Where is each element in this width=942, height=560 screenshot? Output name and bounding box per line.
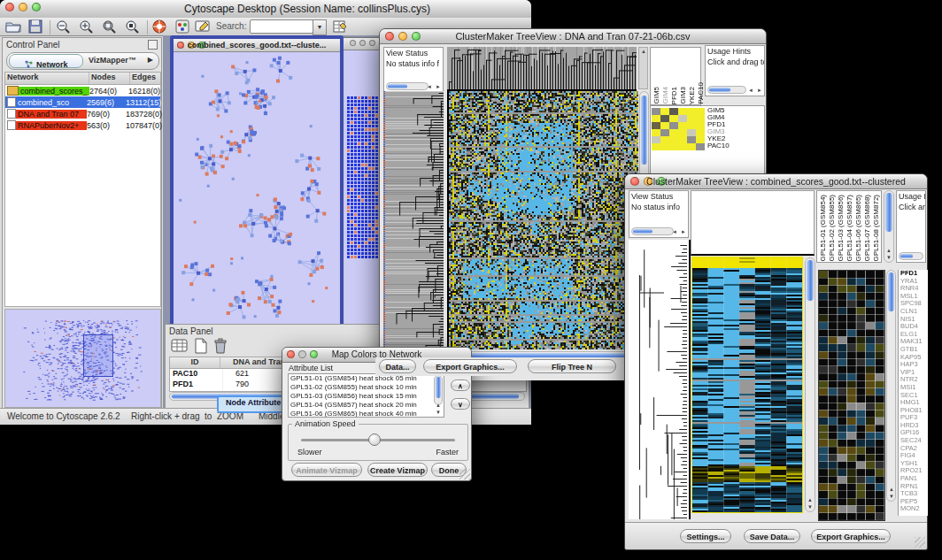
- help-lifering-icon[interactable]: [152, 19, 166, 37]
- zoom-icon[interactable]: [369, 40, 375, 46]
- scroll-right-icon[interactable]: ►: [755, 88, 764, 94]
- window-controls[interactable]: [5, 3, 41, 12]
- search-input[interactable]: [250, 19, 313, 34]
- dendrogram-scroll-corner[interactable]: ▲: [638, 47, 648, 89]
- resize-grip[interactable]: [915, 537, 925, 548]
- scroll-down-icon[interactable]: ▼: [887, 494, 896, 500]
- annotation-icon[interactable]: [195, 19, 211, 37]
- scroll-up-icon[interactable]: ▲: [884, 248, 893, 254]
- matrix-cell[interactable]: [660, 115, 669, 122]
- attribute-list-item[interactable]: GPL51-06 (GSM865) heat shock 40 min: [290, 410, 444, 418]
- network-frame-active[interactable]: combined_scores_good.txt--cluste...: [170, 35, 344, 327]
- matrix-cell[interactable]: [669, 143, 678, 150]
- flip-tree-n-button[interactable]: Flip Tree N: [528, 359, 616, 373]
- network-list-row[interactable]: combined_scores_2764(0)16218(0): [5, 85, 160, 96]
- create-vizmap-button[interactable]: Create Vizmap: [367, 463, 428, 477]
- scroll-left-icon[interactable]: ◄: [746, 88, 755, 94]
- new-document-icon[interactable]: [194, 338, 208, 357]
- network-canvas-background[interactable]: [344, 50, 380, 328]
- heatmap-vscrollbar[interactable]: ▲ ▼: [805, 257, 815, 512]
- column-dendrogram-area[interactable]: [691, 190, 815, 256]
- matrix-cell[interactable]: [669, 122, 678, 129]
- column-label[interactable]: GPL51-02 (GSM855): [828, 195, 836, 262]
- matrix-cell[interactable]: [696, 129, 705, 136]
- matrix-cell[interactable]: [678, 129, 687, 136]
- column-label[interactable]: GPL51-07 (GSM868): [863, 195, 871, 262]
- column-label[interactable]: YKE2: [688, 87, 696, 104]
- float-panel-icon[interactable]: [148, 40, 158, 50]
- global-heatmap[interactable]: [447, 91, 638, 349]
- open-file-button[interactable]: [5, 19, 21, 37]
- global-heatmap[interactable]: [692, 257, 802, 512]
- scroll-down-icon[interactable]: ▼: [434, 410, 443, 416]
- network-list-row[interactable]: RNAPuberNov2+563(0)107847(0): [5, 119, 160, 131]
- matrix-cell[interactable]: [687, 115, 696, 122]
- col-header-nodes[interactable]: Nodes: [89, 73, 130, 84]
- export-graphics-button[interactable]: Export Graphics...: [811, 529, 891, 543]
- matrix-cell[interactable]: [687, 122, 696, 129]
- attribute-list-item[interactable]: GPL51-03 (GSM856) heat shock 15 min: [290, 392, 444, 401]
- scroll-up-icon[interactable]: ▲: [806, 497, 815, 503]
- data-col-id[interactable]: ID: [170, 357, 220, 368]
- tab-overflow-arrow[interactable]: ▶: [148, 56, 153, 64]
- settings-button[interactable]: Settings...: [680, 529, 731, 543]
- matrix-cell[interactable]: [696, 122, 705, 129]
- close-icon[interactable]: [350, 40, 356, 46]
- column-label[interactable]: PAC10: [697, 82, 705, 104]
- matrix-cell[interactable]: [652, 129, 660, 136]
- matrix-cell[interactable]: [660, 122, 669, 129]
- network-list-row[interactable]: combined_sco2569(6)13112(15): [5, 96, 160, 108]
- zoom-heatmap[interactable]: [818, 270, 885, 521]
- column-label[interactable]: GPL51-06 (GSM865): [854, 195, 862, 262]
- matrix-cell[interactable]: [696, 136, 705, 143]
- vizmapper-icon[interactable]: [175, 19, 189, 37]
- matrix-cell[interactable]: [669, 108, 678, 115]
- column-label[interactable]: PFD1: [670, 87, 678, 104]
- column-label[interactable]: GIM3: [679, 87, 687, 104]
- matrix-cell[interactable]: [660, 129, 669, 136]
- network-list-row[interactable]: DNA and Tran 07769(0)183728(0): [5, 108, 160, 119]
- network-frame-background[interactable]: [342, 37, 382, 331]
- matrix-row-label[interactable]: PAC10: [707, 142, 730, 150]
- data-button[interactable]: Data...: [379, 359, 416, 373]
- attribute-list-vscrollbar[interactable]: [434, 375, 443, 405]
- export-graphics-button[interactable]: Export Graphics...: [423, 359, 517, 373]
- attribute-browser-icon[interactable]: [333, 19, 349, 37]
- matrix-cell[interactable]: [652, 143, 660, 150]
- table-grid-icon[interactable]: [171, 338, 189, 357]
- scroll-right-icon[interactable]: ►: [679, 229, 688, 235]
- matrix-cell[interactable]: [678, 143, 687, 150]
- column-label[interactable]: GPL51-01 (GSM854): [819, 195, 827, 262]
- usage-hints-hscrollbar[interactable]: [899, 252, 923, 260]
- scroll-left-icon[interactable]: ◄: [670, 229, 679, 235]
- column-label[interactable]: GPL51-04 (GSM857): [845, 195, 853, 262]
- matrix-cell[interactable]: [669, 129, 678, 136]
- gene-list-item[interactable]: MON2: [899, 505, 928, 513]
- scroll-right-icon[interactable]: ►: [434, 84, 443, 90]
- close-icon[interactable]: [5, 3, 14, 12]
- matrix-cell[interactable]: [687, 129, 696, 136]
- matrix-cell[interactable]: [696, 115, 705, 122]
- matrix-cell[interactable]: [678, 122, 687, 129]
- network-view-canvas[interactable]: [174, 52, 340, 321]
- matrix-cell[interactable]: [696, 108, 705, 115]
- zoom-selected-icon[interactable]: [124, 19, 140, 37]
- matrix-cell[interactable]: [652, 122, 660, 129]
- column-label[interactable]: GIM5: [652, 87, 660, 104]
- matrix-cell[interactable]: [660, 143, 669, 150]
- save-data-button[interactable]: Save Data...: [744, 529, 800, 543]
- column-label[interactable]: GPL51-08 (GSM872): [872, 195, 880, 262]
- save-button[interactable]: [28, 19, 42, 37]
- search-dropdown-arrow[interactable]: ▼: [313, 19, 327, 35]
- column-labels-vscrollbar[interactable]: ▲ ▼: [884, 190, 894, 263]
- view-status-hscrollbar[interactable]: [386, 82, 429, 90]
- zoom-fit-icon[interactable]: [101, 19, 117, 37]
- move-down-button[interactable]: ∨: [451, 398, 470, 410]
- matrix-cell[interactable]: [696, 143, 705, 150]
- gene-dendrogram[interactable]: [629, 240, 691, 519]
- matrix-cell[interactable]: [652, 115, 660, 122]
- animate-vizmap-button[interactable]: Animate Vizmap: [291, 463, 362, 477]
- matrix-cell[interactable]: [652, 136, 660, 143]
- col-header-edges[interactable]: Edges: [130, 73, 160, 84]
- column-label[interactable]: GPL51-03 (GSM856): [837, 195, 845, 262]
